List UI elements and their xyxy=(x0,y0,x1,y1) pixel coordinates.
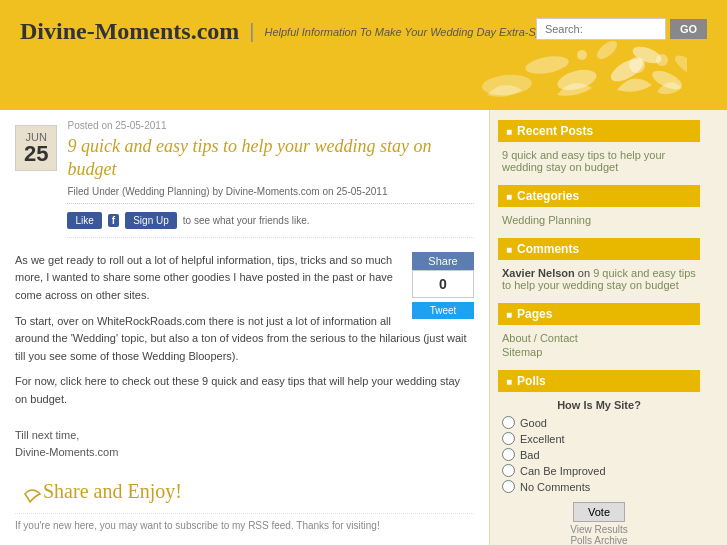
share-arrow-decoration xyxy=(20,484,50,504)
tweet-button[interactable]: Tweet xyxy=(412,302,474,319)
poll-links: View Results Polls Archive xyxy=(502,524,696,545)
comments-section: ■ Comments Xavier Nelson on 9 quick and … xyxy=(498,238,700,293)
main-content: Jun 25 Posted on 25-05-2011 9 quick and … xyxy=(0,110,490,545)
polls-content: How Is My Site? Good Excellent Bad Can B… xyxy=(498,397,700,545)
poll-option-no-comments: No Comments xyxy=(502,480,696,493)
page-sitemap[interactable]: Sitemap xyxy=(502,346,696,358)
polls-section: ■ Polls How Is My Site? Good Excellent B… xyxy=(498,370,700,545)
polls-archive-link[interactable]: Polls Archive xyxy=(502,535,696,545)
svg-point-10 xyxy=(481,73,533,97)
categories-icon: ■ xyxy=(506,191,512,202)
search-button[interactable]: GO xyxy=(670,19,707,39)
search-bar: GO xyxy=(536,18,707,40)
polls-icon: ■ xyxy=(506,376,512,387)
poll-option-can-be-improved: Can Be Improved xyxy=(502,464,696,477)
svg-point-7 xyxy=(524,53,570,76)
search-input[interactable] xyxy=(536,18,666,40)
post-body-p1: As we get ready to roll out a lot of hel… xyxy=(15,252,474,305)
sign-off-2: Divine-Moments.com xyxy=(15,444,474,462)
header-left: Divine-Moments.com | Helpful Information… xyxy=(20,18,565,45)
post-title: 9 quick and easy tips to help your weddi… xyxy=(67,135,474,182)
poll-radio-no-comments[interactable] xyxy=(502,480,515,493)
site-header: Divine-Moments.com | Helpful Information… xyxy=(0,0,727,110)
svg-point-2 xyxy=(629,57,645,73)
comments-on-text: on xyxy=(578,267,593,279)
tagline: Helpful Information To Make Your Wedding… xyxy=(264,26,564,38)
sidebar: ■ Recent Posts 9 quick and easy tips to … xyxy=(490,110,710,545)
poll-option-good: Good xyxy=(502,416,696,429)
poll-option-excellent: Excellent xyxy=(502,432,696,445)
polls-header: ■ Polls xyxy=(498,370,700,392)
svg-point-9 xyxy=(577,50,587,60)
poll-radio-good[interactable] xyxy=(502,416,515,429)
recent-post-link[interactable]: 9 quick and easy tips to help your weddi… xyxy=(502,149,665,173)
recent-posts-content: 9 quick and easy tips to help your weddi… xyxy=(498,147,700,175)
share-widget: Share 0 Tweet xyxy=(412,252,474,319)
svg-point-4 xyxy=(650,67,685,93)
share-enjoy-text: Share and Enjoy! xyxy=(43,480,182,503)
svg-point-6 xyxy=(656,54,668,66)
post-filed: Filed Under (Wedding Planning) by Divine… xyxy=(67,186,474,204)
share-count: 0 xyxy=(412,270,474,298)
categories-content: Wedding Planning xyxy=(498,212,700,228)
vote-button[interactable]: Vote xyxy=(573,502,625,522)
post-body-p3: For now, click here to check out these 9… xyxy=(15,373,474,408)
commenter-name: Xavier Nelson xyxy=(502,267,575,279)
comments-icon: ■ xyxy=(506,244,512,255)
share-enjoy-section: Share and Enjoy! xyxy=(15,480,474,503)
main-wrapper: Jun 25 Posted on 25-05-2011 9 quick and … xyxy=(0,110,727,545)
post-date-day: 25 xyxy=(24,143,48,165)
recent-posts-header: ■ Recent Posts xyxy=(498,120,700,142)
pages-content: About / Contact Sitemap xyxy=(498,330,700,360)
view-results-link[interactable]: View Results xyxy=(502,524,696,535)
poll-radio-can-be-improved[interactable] xyxy=(502,464,515,477)
pages-section: ■ Pages About / Contact Sitemap xyxy=(498,303,700,360)
poll-question: How Is My Site? xyxy=(502,399,696,411)
sign-off-1: Till next time, xyxy=(15,427,474,445)
social-text: to see what your friends like. xyxy=(183,215,310,226)
post-date-box: Jun 25 xyxy=(15,125,57,171)
svg-point-8 xyxy=(672,52,687,78)
categories-header: ■ Categories xyxy=(498,185,700,207)
poll-radio-excellent[interactable] xyxy=(502,432,515,445)
page-about-contact[interactable]: About / Contact xyxy=(502,332,696,344)
poll-radio-bad[interactable] xyxy=(502,448,515,461)
categories-section: ■ Categories Wedding Planning xyxy=(498,185,700,228)
like-button[interactable]: Like xyxy=(67,212,101,229)
social-bar: Like f Sign Up to see what your friends … xyxy=(67,212,474,238)
post-body: Share 0 Tweet As we get ready to roll ou… xyxy=(15,252,474,462)
signup-button[interactable]: Sign Up xyxy=(125,212,177,229)
svg-point-3 xyxy=(555,66,598,94)
category-wedding-planning[interactable]: Wedding Planning xyxy=(502,214,696,226)
fb-icon: f xyxy=(108,214,119,227)
share-button[interactable]: Share xyxy=(412,252,474,270)
poll-option-bad: Bad xyxy=(502,448,696,461)
comments-content: Xavier Nelson on 9 quick and easy tips t… xyxy=(498,265,700,293)
post-meta-top: Posted on 25-05-2011 xyxy=(67,120,474,131)
svg-point-5 xyxy=(594,38,620,63)
pages-header: ■ Pages xyxy=(498,303,700,325)
comments-header: ■ Comments xyxy=(498,238,700,260)
site-title: Divine-Moments.com xyxy=(20,18,239,45)
svg-point-0 xyxy=(607,54,646,86)
recent-posts-section: ■ Recent Posts 9 quick and easy tips to … xyxy=(498,120,700,175)
header-divider: | xyxy=(249,20,254,43)
post-footer-text: If you're new here, you may want to subs… xyxy=(15,520,474,531)
post-body-p2: To start, over on WhiteRockRoads.com the… xyxy=(15,313,474,366)
svg-point-1 xyxy=(631,43,664,66)
recent-posts-icon: ■ xyxy=(506,126,512,137)
pages-icon: ■ xyxy=(506,309,512,320)
